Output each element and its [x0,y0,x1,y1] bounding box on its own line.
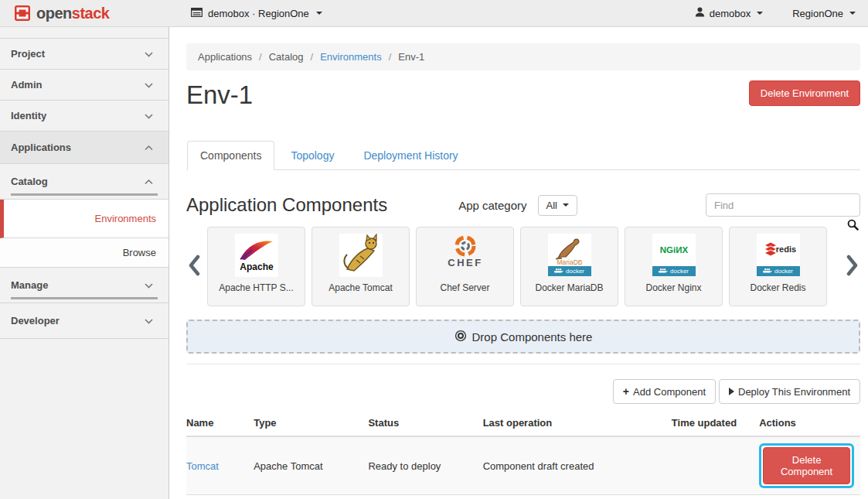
app-category-dropdown[interactable]: All [538,195,577,216]
breadcrumb: Applications Catalog Environments Env-1 [186,43,860,70]
chevron-down-icon [145,315,153,326]
caret-down-icon [849,12,856,15]
breadcrumb-applications: Applications [198,51,252,63]
sidebar-item-identity[interactable]: Identity [0,101,168,132]
play-icon [729,388,734,395]
component-card-chef-server[interactable]: CHEF Chef Server [416,227,514,306]
tab-bar: Components Topology Deployment History [186,141,860,170]
cell-last-operation: Component draft created [483,436,672,495]
sidebar-item-project[interactable]: Project [0,39,168,70]
component-link-tomcat[interactable]: Tomcat [186,460,219,472]
sidebar-item-developer[interactable]: Developer [0,303,168,339]
openstack-logo[interactable]: openstack [0,5,169,22]
delete-environment-button[interactable]: Delete Environment [749,80,860,106]
sidebar-item-admin[interactable]: Admin [0,70,168,101]
docker-badge: docker [757,266,800,276]
top-navbar: openstack demobox · RegionOne demobox [0,0,868,27]
component-card-docker-nginx[interactable]: NGiИX docker Docker Nginx [625,227,723,306]
svg-text:CHEF: CHEF [448,257,482,268]
main-content: Applications Catalog Environments Env-1 … [169,27,868,499]
breadcrumb-environments[interactable]: Environments [304,51,382,63]
openstack-logo-icon [14,5,31,22]
carousel-next-button[interactable] [845,251,860,282]
component-card-docker-redis[interactable]: redis docker Docker Redis [729,227,827,306]
table-row-tomcat: Tomcat Apache Tomcat Ready to deploy Com… [186,436,860,495]
user-menu[interactable]: demobox [695,7,763,19]
tab-components[interactable]: Components [187,141,274,170]
cell-status: Ready to deploy [368,436,482,495]
sidebar-item-catalog[interactable]: Catalog [0,164,168,200]
chevron-up-icon [145,142,153,153]
cell-type: Apache Tomcat [254,436,368,495]
sidebar-item-applications[interactable]: Applications [0,132,168,164]
column-header-type: Type [254,410,368,436]
components-table: Name Type Status Last operation Time upd… [186,410,860,495]
sidebar: Project Admin Identity Applications Cata… [0,27,169,499]
section-title: Application Components [186,194,387,216]
search-icon[interactable] [847,219,859,234]
svg-text:Apache: Apache [240,261,274,272]
sidebar-item-browse[interactable]: Browse [0,238,168,268]
sidebar-spacer [0,27,168,39]
components-carousel: Apache Apache HTTP S... [186,227,860,306]
bullseye-icon [454,330,467,344]
caret-down-icon [757,12,763,15]
column-header-status: Status [368,410,482,436]
catalog-underline [11,193,158,196]
svg-text:MariaDB: MariaDB [557,258,582,266]
chevron-down-icon [145,279,153,291]
app-category-label: App category [458,199,526,212]
breadcrumb-catalog: Catalog [252,51,303,63]
chevron-down-icon [145,79,153,91]
component-card-apache-tomcat[interactable]: Apache Tomcat [311,227,410,306]
cell-time-updated [672,436,759,495]
drop-components-zone[interactable]: Drop Components here [186,320,860,354]
tab-topology[interactable]: Topology [277,141,347,170]
user-icon [695,7,705,19]
context-switcher-label: demobox · RegionOne [208,8,309,19]
chevron-down-icon [145,110,153,121]
plus-icon: + [623,385,629,398]
highlight-ring: Delete Component [759,443,854,488]
caret-down-icon [563,203,569,207]
nginx-logo: NGiИX docker [652,234,696,277]
component-card-apache-http[interactable]: Apache Apache HTTP S... [207,227,305,306]
find-input[interactable] [706,193,860,217]
openstack-logo-text: openstack [36,5,109,22]
manage-underline [11,297,158,299]
deploy-environment-button[interactable]: Deploy This Environment [719,379,860,404]
project-context-switcher[interactable]: demobox · RegionOne [191,8,322,19]
redis-logo: redis docker [757,234,800,277]
tab-deployment-history[interactable]: Deployment History [350,141,471,170]
carousel-prev-button[interactable] [186,251,202,282]
sidebar-item-manage[interactable]: Manage [0,268,168,303]
apache-logo: Apache [235,234,278,277]
sidebar-item-environments[interactable]: Environments [0,200,168,238]
docker-badge: docker [548,266,591,276]
region-menu[interactable]: RegionOne [792,8,856,19]
add-component-button[interactable]: + Add Component [613,379,716,404]
region-menu-label: RegionOne [792,8,843,19]
delete-component-button[interactable]: Delete Component [763,447,850,484]
page-title: Env-1 [186,80,253,110]
breadcrumb-env-1: Env-1 [382,51,425,63]
column-header-actions: Actions [759,410,860,436]
column-header-time-updated: Time updated [672,410,759,436]
domain-list-icon [191,8,203,19]
chevron-up-icon [145,176,153,187]
table-footer: Displaying 1 item [186,495,860,499]
chevron-down-icon [145,48,153,60]
user-menu-label: demobox [710,8,751,19]
section-divider [186,364,860,364]
chef-logo: CHEF [444,234,487,277]
tomcat-logo [339,234,383,277]
caret-down-icon [316,12,322,15]
svg-text:redis: redis [775,244,795,254]
component-card-docker-mariadb[interactable]: MariaDB docker Docker MariaDB [520,227,618,306]
column-header-last-operation: Last operation [483,410,672,436]
column-header-name: Name [186,410,254,436]
svg-text:NGiИX: NGiИX [659,245,688,255]
mariadb-logo: MariaDB docker [548,234,591,277]
docker-badge: docker [652,266,696,276]
